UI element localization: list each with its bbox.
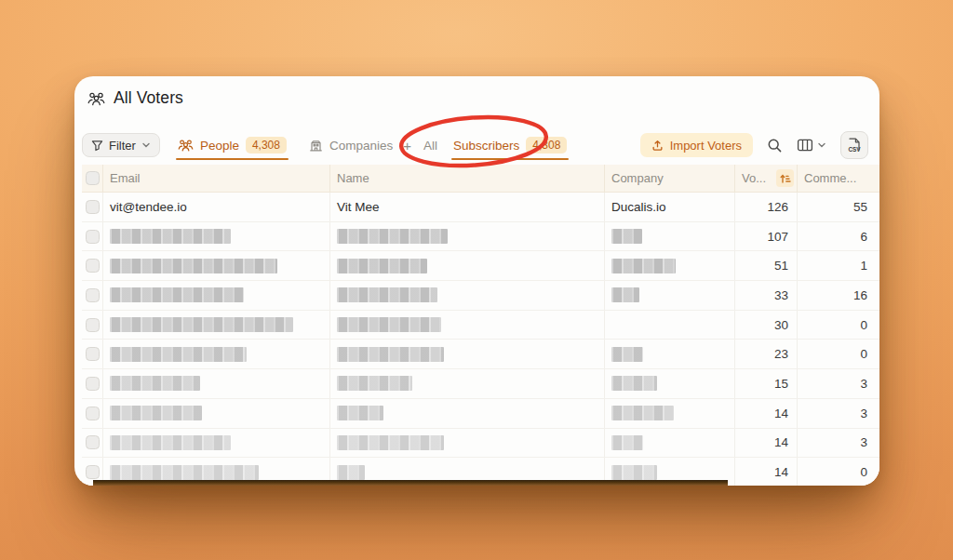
building-icon xyxy=(309,139,323,153)
toolbar: Filter People 4,308 xyxy=(74,133,879,157)
segment-tabs: People 4,308 Companies + All xyxy=(178,137,567,154)
table-row[interactable]: 3316 xyxy=(82,281,879,311)
redacted-value xyxy=(110,376,200,391)
filter-button[interactable]: Filter xyxy=(82,133,160,157)
column-header-email[interactable]: Email xyxy=(103,165,330,192)
redacted-value xyxy=(110,406,202,420)
redacted-value xyxy=(611,376,657,391)
table-row[interactable]: 153 xyxy=(82,369,879,399)
import-voters-button[interactable]: Import Voters xyxy=(640,133,753,157)
search-button[interactable] xyxy=(767,138,783,153)
chevron-down-icon xyxy=(817,140,826,150)
redacted-value xyxy=(337,376,412,391)
company-cell xyxy=(605,311,735,340)
export-csv-button[interactable]: CSV xyxy=(840,131,868,159)
toolbar-right: Import Voters xyxy=(640,131,868,159)
screenshot-stage: All Voters Filter People 4,308 xyxy=(0,0,953,560)
funnel-icon xyxy=(91,140,103,152)
name-cell xyxy=(330,222,605,251)
company-cell xyxy=(605,340,735,368)
tab-all[interactable]: All xyxy=(423,139,437,153)
votes-value: 33 xyxy=(735,281,798,310)
row-checkbox[interactable] xyxy=(86,435,100,449)
votes-value: 30 xyxy=(735,311,798,340)
email-cell xyxy=(103,281,330,310)
redacted-value xyxy=(110,287,244,302)
people-icon xyxy=(178,139,194,152)
row-checkbox[interactable] xyxy=(86,288,100,302)
email-cell xyxy=(103,369,330,398)
csv-file-icon: CSV xyxy=(847,137,862,153)
column-header-votes[interactable]: Vo... xyxy=(735,165,798,192)
row-checkbox[interactable] xyxy=(86,318,100,332)
columns-settings-button[interactable] xyxy=(797,138,826,153)
comments-value: 3 xyxy=(798,399,879,428)
redacted-value xyxy=(337,347,444,362)
row-checkbox-cell xyxy=(82,369,103,398)
email-cell xyxy=(103,222,330,251)
company-value: Ducalis.io xyxy=(611,200,666,214)
tab-companies[interactable]: Companies xyxy=(309,139,393,153)
column-header-votes-label: Vo... xyxy=(742,171,766,185)
row-checkbox-cell xyxy=(82,193,103,221)
votes-value: 14 xyxy=(735,399,798,428)
upload-icon xyxy=(651,139,664,152)
add-segment-button[interactable]: + xyxy=(403,138,411,153)
name-value: Vit Mee xyxy=(337,200,380,214)
redacted-value xyxy=(110,435,231,450)
tab-people-label: People xyxy=(200,139,239,153)
row-checkbox[interactable] xyxy=(86,347,100,361)
redacted-value xyxy=(337,229,448,244)
company-cell: Ducalis.io xyxy=(605,193,735,221)
table-row[interactable]: 143 xyxy=(82,429,879,459)
votes-value: 15 xyxy=(735,369,798,398)
tab-subscribers[interactable]: Subscribers 4,308 xyxy=(453,137,567,154)
panel-header: All Voters xyxy=(74,76,879,108)
page-title: All Voters xyxy=(114,88,183,108)
tab-people[interactable]: People 4,308 xyxy=(178,137,287,154)
email-value: vit@tendee.io xyxy=(110,200,187,214)
redacted-value xyxy=(611,229,642,244)
row-checkbox-cell xyxy=(82,251,103,280)
redacted-value xyxy=(110,229,231,244)
votes-value: 23 xyxy=(735,340,798,368)
table-row[interactable]: vit@tendee.ioVit MeeDucalis.io12655 xyxy=(82,193,879,222)
company-cell xyxy=(605,399,735,428)
comments-value: 3 xyxy=(798,429,879,458)
row-checkbox[interactable] xyxy=(86,230,100,244)
email-cell xyxy=(103,251,330,280)
redacted-value xyxy=(611,259,676,273)
table-row[interactable]: 300 xyxy=(82,311,879,340)
name-cell xyxy=(330,311,605,340)
table-row[interactable]: 143 xyxy=(82,399,879,429)
row-checkbox[interactable] xyxy=(86,407,100,420)
redacted-value xyxy=(337,465,365,480)
comments-value: 16 xyxy=(798,281,879,310)
sort-ascending-icon[interactable] xyxy=(776,169,794,187)
name-cell xyxy=(330,369,605,398)
row-checkbox-cell xyxy=(82,399,103,428)
row-checkbox[interactable] xyxy=(86,377,100,391)
row-checkbox-cell xyxy=(82,429,103,458)
email-cell xyxy=(103,340,330,368)
comments-value: 0 xyxy=(798,458,879,486)
tab-people-active-underline xyxy=(176,158,289,161)
row-checkbox[interactable] xyxy=(86,200,100,214)
row-checkbox[interactable] xyxy=(86,259,100,273)
row-checkbox-cell xyxy=(82,222,103,251)
table-row[interactable]: 230 xyxy=(82,340,879,369)
select-all-checkbox[interactable] xyxy=(86,171,100,185)
column-header-comments[interactable]: Comme... xyxy=(798,165,879,192)
row-checkbox[interactable] xyxy=(86,465,100,479)
table-row[interactable]: 511 xyxy=(82,251,879,281)
company-cell xyxy=(605,281,735,310)
votes-value: 14 xyxy=(735,458,798,486)
column-header-company[interactable]: Company xyxy=(605,165,735,192)
company-cell xyxy=(605,429,735,458)
company-cell xyxy=(605,369,735,398)
column-header-name[interactable]: Name xyxy=(330,165,605,192)
voters-panel: All Voters Filter People 4,308 xyxy=(74,76,879,486)
tab-subscribers-label: Subscribers xyxy=(453,139,519,153)
table-row[interactable]: 1076 xyxy=(82,222,879,252)
chevron-down-icon xyxy=(141,140,151,150)
